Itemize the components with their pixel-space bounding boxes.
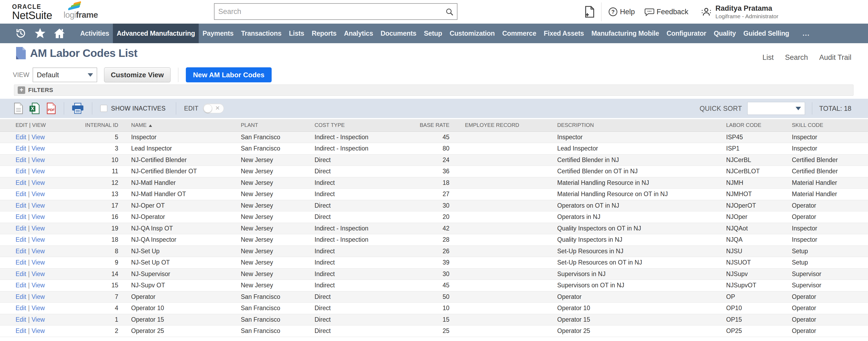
user-menu[interactable]: Raditya Pratama Logiframe - Administrato… [715,4,778,20]
expand-filters-plus-icon[interactable] [18,86,25,94]
nav-item-documents[interactable]: Documents [377,24,420,43]
export-excel-icon[interactable]: X [30,103,40,114]
edit-link[interactable]: Edit [16,259,26,266]
edit-link[interactable]: Edit [16,236,26,243]
edit-link[interactable]: Edit [16,225,26,232]
edit-link[interactable]: Edit [16,202,26,209]
edit-link[interactable]: Edit [16,191,26,197]
nav-item-configurator[interactable]: Configurator [663,24,710,43]
print-icon[interactable] [71,103,84,114]
recents-clock-icon[interactable] [15,27,27,39]
view-link[interactable]: View [32,191,45,197]
view-link[interactable]: View [32,157,45,163]
nav-item-payments[interactable]: Payments [199,24,237,43]
nav-item-guided-selling[interactable]: Guided Selling [740,24,793,43]
search-icon[interactable] [445,7,454,16]
nav-item-transactions[interactable]: Transactions [237,24,285,43]
edit-link[interactable]: Edit [16,134,26,141]
column-header-employee-record[interactable]: EMPLOYEE RECORD [453,119,555,132]
column-header-description[interactable]: DESCRIPTION [555,119,724,132]
edit-link[interactable]: Edit [16,293,26,300]
view-link[interactable]: View [32,225,45,232]
view-link[interactable]: View [32,259,45,266]
column-header-base-rate[interactable]: BASE RATE [397,119,453,132]
cell-skill-code: Operator [790,200,868,211]
edit-link[interactable]: Edit [16,316,26,323]
edit-link[interactable]: Edit [16,248,26,255]
view-link[interactable]: View [32,327,45,334]
edit-link[interactable]: Edit [16,327,26,334]
page-link-audit-trail[interactable]: Audit Trail [819,53,851,62]
home-icon[interactable] [53,27,65,39]
oracle-netsuite-logo[interactable]: ORACLE NetSuite [12,3,52,22]
nav-item-customization[interactable]: Customization [446,24,498,43]
logiframe-logo[interactable]: logiframe [64,2,98,20]
link-separator: | [26,236,32,243]
table-row: Edit|View9NJ-Set Up OTNew JerseyIndirect… [0,257,868,268]
show-inactives-checkbox[interactable] [100,105,107,112]
view-link[interactable]: View [32,293,45,300]
search-input[interactable] [215,4,457,19]
cell-skill-code: Inspector [790,132,868,143]
roles-icon[interactable] [701,6,712,18]
view-link[interactable]: View [32,168,45,175]
nav-item-setup[interactable]: Setup [420,24,446,43]
edit-link[interactable]: Edit [16,271,26,277]
nav-item-activities[interactable]: Activities [76,24,113,43]
edit-link[interactable]: Edit [16,157,26,163]
new-am-labor-codes-button[interactable]: New AM Labor Codes [186,67,272,82]
table-row: Edit|View8NJ-Set UpNew JerseyIndirect26S… [0,246,868,257]
nav-item-commerce[interactable]: Commerce [498,24,540,43]
export-pdf-icon[interactable]: PDF [46,103,56,114]
view-dropdown[interactable]: Default [33,67,97,82]
cell-name: NJ-Matl Handler OT [122,189,239,200]
nav-item-lists[interactable]: Lists [285,24,308,43]
edit-link[interactable]: Edit [16,213,26,220]
edit-link[interactable]: Edit [16,168,26,175]
help-button[interactable]: ? Help [609,7,635,17]
column-header-cost-type[interactable]: COST TYPE [312,119,397,132]
edit-link[interactable]: Edit [16,145,26,152]
cell-cost-type: Direct [312,291,397,303]
nav-item-reports[interactable]: Reports [308,24,340,43]
edit-toggle[interactable] [203,104,224,113]
cell-internal-id: 19 [67,223,122,234]
view-link[interactable]: View [32,316,45,323]
edit-link[interactable]: Edit [16,179,26,186]
view-link[interactable]: View [32,248,45,255]
view-link[interactable]: View [32,145,45,152]
feedback-button[interactable]: Feedback [645,7,689,17]
quick-add-icon[interactable] [585,6,595,18]
filters-bar[interactable]: FILTERS [14,85,854,96]
view-link[interactable]: View [32,282,45,289]
view-link[interactable]: View [32,134,45,141]
column-header-plant[interactable]: PLANT [239,119,312,132]
cell-labor-code: NJOperOT [724,200,790,211]
page-link-search[interactable]: Search [785,53,808,62]
nav-item-fixed-assets[interactable]: Fixed Assets [540,24,588,43]
view-link[interactable]: View [32,305,45,312]
view-link[interactable]: View [32,213,45,220]
shortcuts-star-icon[interactable] [34,27,46,39]
view-link[interactable]: View [32,236,45,243]
nav-item-manufacturing-mobile[interactable]: Manufacturing Mobile [588,24,663,43]
cell-description: Supervisors on OT in NJ [555,280,724,291]
nav-overflow[interactable]: ... [799,24,813,43]
view-link[interactable]: View [32,179,45,186]
view-link[interactable]: View [32,271,45,277]
view-link[interactable]: View [32,202,45,209]
customize-view-button[interactable]: Customize View [104,67,170,82]
edit-link[interactable]: Edit [16,305,26,312]
column-header-skill-code[interactable]: SKILL CODE [790,119,868,132]
nav-item-advanced-manufacturing[interactable]: Advanced Manufacturing [113,24,199,43]
column-header-name[interactable]: NAME [122,119,239,132]
show-inactives-label: SHOW INACTIVES [111,105,166,112]
edit-link[interactable]: Edit [16,282,26,289]
page-link-list[interactable]: List [762,53,774,62]
column-header-labor-code[interactable]: LABOR CODE [724,119,790,132]
quick-sort-dropdown[interactable] [747,102,805,115]
nav-item-quality[interactable]: Quality [710,24,740,43]
nav-item-analytics[interactable]: Analytics [340,24,377,43]
column-header-internal-id[interactable]: INTERNAL ID [67,119,122,132]
export-csv-icon[interactable] [14,103,23,114]
